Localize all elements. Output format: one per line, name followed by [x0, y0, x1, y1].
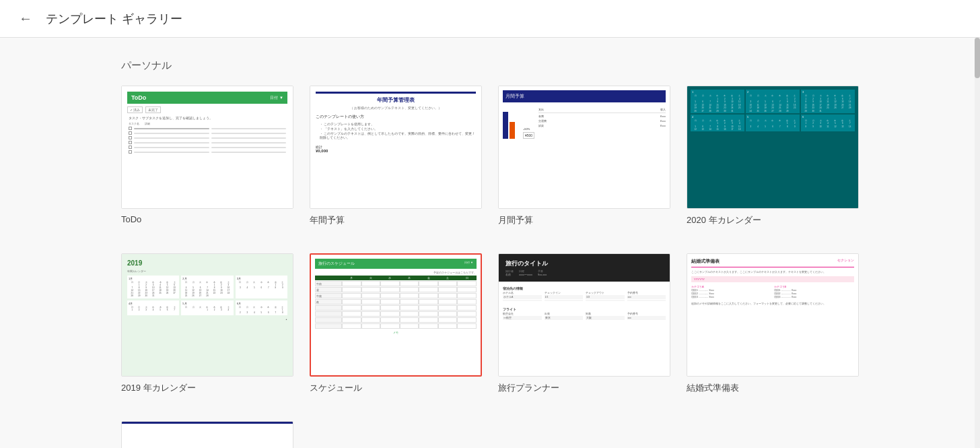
- template-item-annual-budget[interactable]: 年間予算管理表 （ お客様のためのサンプルテキスト、変更してください。） このテ…: [310, 86, 482, 226]
- template-name-annual-budget: 年間予算: [310, 214, 482, 226]
- template-item-todo[interactable]: ToDo 日付 ▼ ✓ 済み 未完了 タスク・サブタスクを追加し、完了を確認しま…: [121, 86, 293, 226]
- template-item-wedding[interactable]: 結婚式準備表 セクション ここにサンプルのテキストが入ります。ここにサンプルのテ…: [687, 253, 859, 394]
- template-name-monthly-budget: 月間予算: [498, 214, 670, 226]
- main-content: パーソナル ToDo 日付 ▼ ✓ 済み 未完了 タスク・サブタスクを追加し、完…: [0, 38, 980, 448]
- template-item-schedule[interactable]: 旅行のスケジュール 日付 ▼ 予定のスケジュールはこちらです。 月 火 水 木 …: [310, 253, 482, 394]
- template-grid-row2: 2019 年間カレンダー 1月 日月火水木金土 123456 789101112…: [121, 253, 859, 394]
- scrollbar-track[interactable]: [975, 38, 980, 448]
- template-name-calendar-2020: 2020 年カレンダー: [687, 214, 859, 226]
- template-name-travel-planner: 旅行プランナー: [498, 382, 670, 394]
- section-personal-label: パーソナル: [121, 59, 859, 72]
- back-button[interactable]: ←: [16, 8, 35, 29]
- template-name-todo: ToDo: [121, 214, 293, 224]
- template-thumb-monthly-budget[interactable]: 月間予算 +50% ¥500: [498, 86, 670, 209]
- template-thumb-wedding[interactable]: 結婚式準備表 セクション ここにサンプルのテキストが入ります。ここにサンプルのテ…: [687, 253, 859, 377]
- template-item-monthly-budget[interactable]: 月間予算 +50% ¥500: [498, 86, 670, 226]
- template-thumb-calendar-2019[interactable]: 2019 年間カレンダー 1月 日月火水木金土 123456 789101112…: [121, 253, 293, 377]
- template-item-calendar-2020[interactable]: 1 日月火水木金土 1234 567891011 12131415161718 …: [687, 86, 859, 226]
- template-thumb-schedule[interactable]: 旅行のスケジュール 日付 ▼ 予定のスケジュールはこちらです。 月 火 水 木 …: [310, 253, 482, 377]
- template-thumb-travel-planner[interactable]: 旅行のタイトル 旅行者 名前 日程 xxxx〜xxxx 予算: [498, 253, 670, 377]
- template-grid-row3: [121, 421, 859, 448]
- page-header: ← テンプレート ギャラリー: [0, 0, 980, 38]
- template-name-wedding: 結婚式準備表: [687, 382, 859, 394]
- template-thumb-partial[interactable]: [121, 421, 293, 448]
- scrollbar-thumb[interactable]: [975, 38, 980, 78]
- template-name-schedule: スケジュール: [310, 382, 482, 394]
- template-item-calendar-2019[interactable]: 2019 年間カレンダー 1月 日月火水木金土 123456 789101112…: [121, 253, 293, 394]
- template-thumb-todo[interactable]: ToDo 日付 ▼ ✓ 済み 未完了 タスク・サブタスクを追加し、完了を確認しま…: [121, 86, 293, 209]
- template-item-travel-planner[interactable]: 旅行のタイトル 旅行者 名前 日程 xxxx〜xxxx 予算: [498, 253, 670, 394]
- template-thumb-annual-budget[interactable]: 年間予算管理表 （ お客様のためのサンプルテキスト、変更してください。） このテ…: [310, 86, 482, 209]
- template-item-partial[interactable]: [121, 421, 293, 448]
- template-grid-row1: ToDo 日付 ▼ ✓ 済み 未完了 タスク・サブタスクを追加し、完了を確認しま…: [121, 86, 859, 226]
- page-title: テンプレート ギャラリー: [46, 11, 182, 27]
- template-name-calendar-2019: 2019 年カレンダー: [121, 382, 293, 394]
- template-thumb-calendar-2020[interactable]: 1 日月火水木金土 1234 567891011 12131415161718 …: [687, 86, 859, 209]
